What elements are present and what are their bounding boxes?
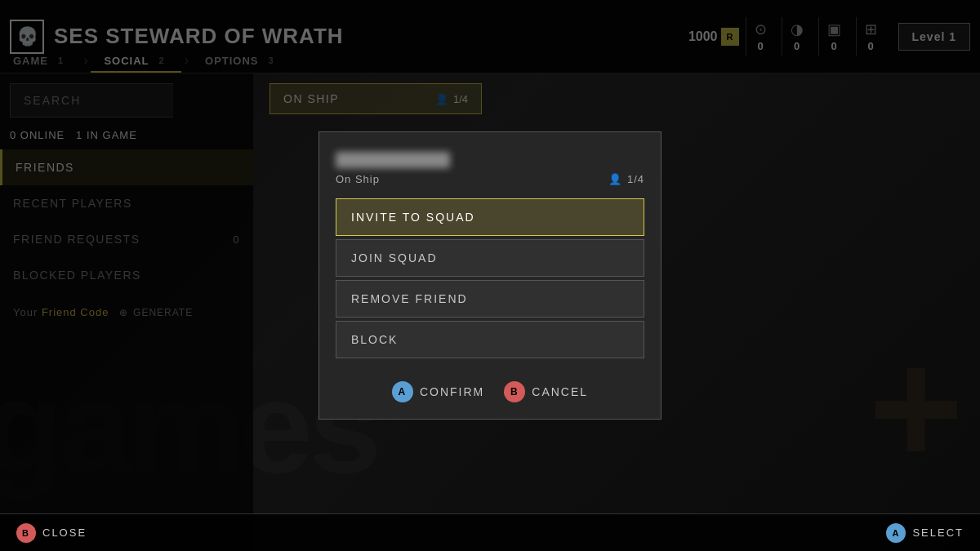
close-button-circle: B	[16, 523, 36, 543]
close-label: CLOSE	[42, 527, 87, 539]
cancel-circle: B	[504, 381, 525, 402]
join-squad-label: JOIN SQUAD	[351, 251, 438, 264]
cancel-label: CANCEL	[532, 385, 588, 398]
invite-to-squad-label: INVITE TO SQUAD	[351, 211, 475, 224]
block-label: BLOCK	[351, 333, 398, 346]
select-btn-letter: A	[892, 528, 900, 538]
menu-item-invite-to-squad[interactable]: INVITE TO SQUAD	[336, 198, 644, 236]
select-label: SELECT	[912, 527, 964, 539]
remove-friend-label: REMOVE FRIEND	[351, 292, 468, 305]
player-status-row: On Ship 👤 1/4	[336, 173, 644, 185]
confirm-action[interactable]: A CONFIRM	[392, 381, 484, 402]
close-action[interactable]: B CLOSE	[16, 523, 87, 543]
menu-item-join-squad[interactable]: JOIN SQUAD	[336, 239, 644, 277]
bottom-bar: B CLOSE A SELECT	[0, 513, 980, 551]
select-action[interactable]: A SELECT	[886, 523, 964, 543]
menu-item-remove-friend[interactable]: REMOVE FRIEND	[336, 280, 644, 318]
select-button-circle: A	[886, 523, 906, 543]
squad-person-icon: 👤	[608, 173, 622, 185]
menu-item-block[interactable]: BLOCK	[336, 321, 644, 358]
player-name-blurred	[336, 152, 450, 168]
cancel-action[interactable]: B CANCEL	[504, 381, 588, 402]
modal-squad-count: 1/4	[627, 173, 644, 185]
modal-overlay: On Ship 👤 1/4 INVITE TO SQUAD JOIN SQUAD…	[0, 0, 980, 551]
confirm-label: CONFIRM	[420, 385, 484, 398]
player-status-label: On Ship	[336, 173, 380, 185]
close-btn-letter: B	[22, 528, 30, 538]
modal-actions: A CONFIRM B CANCEL	[336, 375, 644, 402]
modal-panel: On Ship 👤 1/4 INVITE TO SQUAD JOIN SQUAD…	[318, 131, 662, 420]
player-squad: 👤 1/4	[608, 173, 644, 185]
confirm-btn-letter: A	[399, 386, 408, 398]
cancel-btn-letter: B	[510, 386, 519, 398]
confirm-circle: A	[392, 381, 413, 402]
